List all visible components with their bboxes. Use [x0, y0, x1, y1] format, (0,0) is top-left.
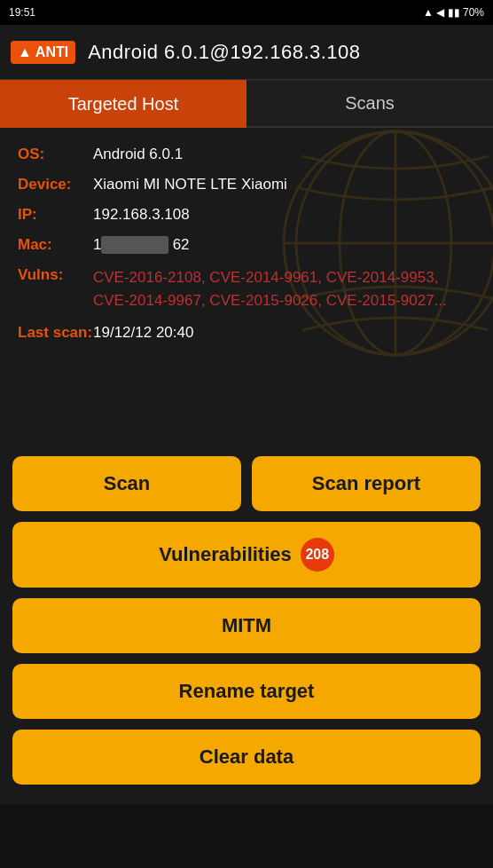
scan-row: Scan Scan report — [12, 456, 481, 511]
status-bar: 19:51 ▲ ◀ ▮▮ 70% — [0, 0, 493, 25]
tab-scans[interactable]: Scans — [246, 80, 493, 128]
vulnerabilities-button[interactable]: Vulnerabilities 208 — [12, 522, 481, 588]
clear-data-button[interactable]: Clear data — [12, 730, 481, 785]
ip-label: IP: — [18, 206, 93, 224]
mac-suffix: 62 — [173, 236, 190, 253]
device-value: Xiaomi MI NOTE LTE Xiaomi — [93, 176, 475, 193]
status-icons: ▲ ◀ ▮▮ 70% — [423, 6, 484, 19]
app-logo: ▲ ANTI — [11, 41, 75, 64]
mac-value: 1•••••••••••• 62 — [93, 236, 475, 254]
action-buttons: Scan Scan report Vulnerabilities 208 MIT… — [0, 447, 493, 804]
mac-hidden: •••••••••••• — [101, 236, 168, 254]
app-title: Android 6.0.1@192.168.3.108 — [88, 41, 360, 64]
tab-bar: Targeted Host Scans — [0, 80, 493, 128]
logo-text: ANTI — [35, 44, 68, 60]
vulns-row: Vulns: CVE-2016-2108, CVE-2014-9961, CVE… — [18, 266, 475, 312]
vuln-count-badge: 208 — [301, 538, 334, 572]
os-row: OS: Android 6.0.1 — [18, 146, 475, 163]
app-header: ▲ ANTI Android 6.0.1@192.168.3.108 — [0, 25, 493, 80]
scan-report-button[interactable]: Scan report — [252, 456, 481, 511]
ip-row: IP: 192.168.3.108 — [18, 206, 475, 224]
mac-prefix: 1 — [93, 236, 101, 253]
mac-row: Mac: 1•••••••••••• 62 — [18, 236, 475, 254]
mitm-button[interactable]: MITM — [12, 598, 481, 653]
vulns-label: Vulns: — [18, 266, 93, 284]
last-scan-row: Last scan: 19/12/12 20:40 — [18, 324, 475, 342]
vulnerabilities-label: Vulnerabilities — [159, 543, 292, 566]
logo-symbol: ▲ — [18, 44, 32, 60]
last-scan-value: 19/12/12 20:40 — [93, 324, 475, 342]
device-info-panel: OS: Android 6.0.1 Device: Xiaomi MI NOTE… — [0, 128, 493, 447]
device-label: Device: — [18, 176, 93, 193]
mac-label: Mac: — [18, 236, 93, 254]
status-time: 19:51 — [9, 6, 35, 19]
last-scan-label: Last scan: — [18, 324, 93, 342]
os-value: Android 6.0.1 — [93, 146, 475, 163]
scan-button[interactable]: Scan — [12, 456, 241, 511]
tab-targeted-host[interactable]: Targeted Host — [0, 80, 246, 128]
rename-target-button[interactable]: Rename target — [12, 664, 481, 719]
ip-value: 192.168.3.108 — [93, 206, 475, 224]
device-row: Device: Xiaomi MI NOTE LTE Xiaomi — [18, 176, 475, 193]
os-label: OS: — [18, 146, 93, 163]
vulns-value: CVE-2016-2108, CVE-2014-9961, CVE-2014-9… — [93, 266, 475, 312]
